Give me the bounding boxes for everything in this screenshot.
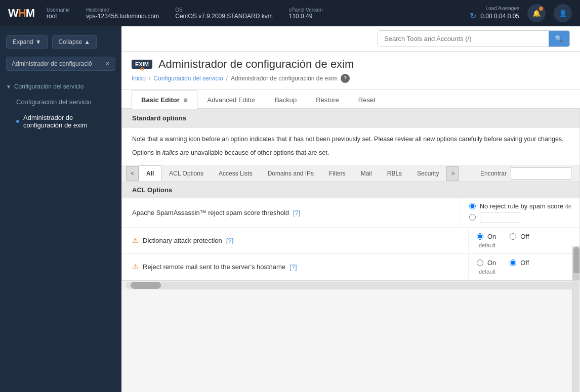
acl-section-header: ACL Options: [122, 182, 579, 198]
username-value: root: [47, 13, 70, 20]
reject-remote-help-link[interactable]: [?]: [289, 263, 297, 271]
breadcrumb: Inicio / Configuración del servicio / Ad…: [132, 74, 570, 83]
sub-tabs-search: Encontrar: [476, 165, 575, 182]
tab-backup[interactable]: Backup: [265, 91, 306, 109]
sidebar-section-config[interactable]: ▼ Configuración del servicio: [0, 79, 121, 94]
expand-button[interactable]: Expand ▼: [6, 35, 48, 49]
breadcrumb-inicio[interactable]: Inicio: [132, 75, 146, 82]
cpanel-label: cPanel Version: [289, 7, 323, 13]
warning-icon: ⚠: [132, 263, 139, 271]
search-label: Encontrar: [480, 170, 507, 177]
sub-tab-next-button[interactable]: >: [446, 166, 459, 181]
table-row: Apache SpamAssassin™ reject spam score t…: [122, 198, 579, 228]
sidebar-expand-btns: Expand ▼ Collapse ▲: [0, 31, 121, 53]
reject-remote-label: ⚠ Reject remote mail sent to the server'…: [122, 256, 468, 277]
sub-tab-rbls[interactable]: RBLs: [380, 165, 409, 181]
expand-label: Expand: [13, 38, 33, 46]
tab-reset[interactable]: Reset: [349, 91, 385, 109]
acl-rows: Apache SpamAssassin™ reject spam score t…: [122, 198, 579, 280]
dictionary-control: On Off default: [468, 229, 579, 252]
dictionary-off-label: Off: [520, 233, 529, 240]
options-notice: Note that a warning icon before an optio…: [122, 127, 579, 165]
notifications-button[interactable]: 🔔: [527, 4, 546, 22]
dictionary-help-link[interactable]: [?]: [226, 237, 233, 244]
active-dot-icon: [16, 120, 19, 123]
cpanel-group: cPanel Version 110.0.49: [289, 7, 323, 20]
standard-options-label: Standard options: [132, 114, 186, 122]
sub-tab-filters[interactable]: Filters: [321, 165, 353, 181]
spam-score-radio-custom[interactable]: [469, 214, 476, 221]
sub-tab-search-input[interactable]: [511, 167, 571, 180]
notice-text-2: Options in italics are unavailable becau…: [132, 148, 569, 158]
user-menu-button[interactable]: 👤: [554, 4, 572, 22]
main-area: Expand ▼ Collapse ▲ Administrador de con…: [0, 26, 580, 392]
sidebar-tag-close-icon[interactable]: ✕: [105, 60, 110, 67]
horizontal-scrollbar[interactable]: [121, 281, 580, 290]
dictionary-radio-row: On Off: [477, 233, 571, 240]
sub-tab-prev-button[interactable]: <: [126, 166, 139, 181]
tab-advanced-editor[interactable]: Advanced Editor: [197, 91, 265, 109]
reject-remote-on-radio[interactable]: [477, 259, 483, 266]
warning-icon: ⚠: [132, 236, 139, 244]
header-bar: 🔍: [121, 26, 580, 52]
tab-restore[interactable]: Restore: [306, 91, 349, 109]
spam-score-radio-row-1: No reject rule by spam score de: [469, 202, 571, 210]
sidebar-item-exim-admin[interactable]: Administrador de configuración de exim: [0, 110, 121, 133]
content-area: 🔍 EXIM ⚙ Administrador de configuración …: [121, 26, 580, 392]
hostname-group: Hostname vps-123456.tudominio.com: [86, 7, 159, 20]
sidebar-item-config-servicio[interactable]: Configuración del servicio: [0, 94, 121, 110]
spam-score-no-rule-label: No reject rule by spam score de: [480, 202, 571, 210]
spam-score-radio-no-rule[interactable]: [469, 203, 476, 209]
sub-tab-domains-ips[interactable]: Domains and IPs: [260, 165, 321, 181]
resize-handle[interactable]: [572, 273, 579, 280]
spam-score-label: Apache SpamAssassin™ reject spam score t…: [122, 203, 461, 223]
search-input[interactable]: [378, 31, 549, 47]
sub-tab-access-lists[interactable]: Access Lists: [211, 165, 260, 181]
breadcrumb-current: Administrador de configuración de exim: [231, 75, 338, 82]
os-label: OS: [175, 7, 273, 13]
tab-basic-editor[interactable]: Basic Editor ⚙: [132, 91, 197, 109]
reject-remote-on-label: On: [487, 259, 496, 267]
search-button[interactable]: 🔍: [549, 31, 569, 47]
reject-remote-radio-row: On Off: [477, 259, 571, 267]
sub-tab-acl-options[interactable]: ACL Options: [161, 165, 211, 181]
breadcrumb-config[interactable]: Configuración del servicio: [153, 75, 223, 82]
dictionary-on-label: On: [487, 233, 496, 240]
logo: WHM: [8, 7, 34, 20]
notice-text-1: Note that a warning icon before an optio…: [132, 135, 569, 144]
spam-score-radio-row-2: [469, 212, 571, 223]
sub-tab-security[interactable]: Security: [409, 165, 446, 181]
reject-remote-off-label: Off: [520, 259, 529, 267]
sub-tab-mail[interactable]: Mail: [353, 165, 380, 181]
chevron-down-icon: ▼: [6, 84, 11, 90]
refresh-icon[interactable]: ↻: [470, 11, 476, 21]
table-row: ⚠ Dictionary attack protection [?] On: [122, 228, 579, 254]
load-avg-numbers: 0.00 0.04 0.05: [480, 13, 519, 20]
dictionary-on-radio[interactable]: [477, 233, 483, 240]
acl-section-label: ACL Options: [132, 186, 172, 194]
sidebar: Expand ▼ Collapse ▲ Administrador de con…: [0, 26, 121, 392]
h-scrollbar-track[interactable]: [126, 282, 576, 289]
spam-score-input[interactable]: [480, 212, 520, 223]
sub-tab-all[interactable]: All: [139, 165, 161, 181]
hostname-label: Hostname: [86, 7, 159, 13]
reject-remote-control: On Off default: [468, 255, 579, 279]
server-info: Username root Hostname vps-123456.tudomi…: [47, 7, 470, 20]
vertical-scrollbar[interactable]: [572, 246, 579, 392]
exim-badge: EXIM ⚙: [132, 60, 152, 69]
reject-remote-off-radio[interactable]: [510, 259, 516, 266]
os-value: CentOS v7.9.2009 STANDARD kvm: [175, 13, 273, 20]
sidebar-item-label: Configuración del servicio: [16, 98, 92, 106]
breadcrumb-sep-2: /: [226, 75, 228, 82]
sidebar-item-label-active: Administrador de configuración de exim: [23, 114, 113, 129]
collapse-button[interactable]: Collapse ▲: [52, 35, 97, 49]
dictionary-off-radio[interactable]: [510, 233, 516, 240]
top-bar-right: Load Averages ↻ 0.00 0.04 0.05 🔔 👤: [470, 4, 572, 22]
help-icon[interactable]: ?: [341, 74, 350, 83]
sidebar-tag-label: Administrador de configuració: [12, 60, 92, 67]
top-bar: WHM Username root Hostname vps-123456.tu…: [0, 0, 580, 26]
h-scrollbar-thumb[interactable]: [131, 282, 161, 289]
dictionary-label: ⚠ Dictionary attack protection [?]: [122, 230, 468, 250]
collapse-label: Collapse: [59, 38, 82, 46]
spam-score-help-link[interactable]: [?]: [293, 209, 300, 216]
